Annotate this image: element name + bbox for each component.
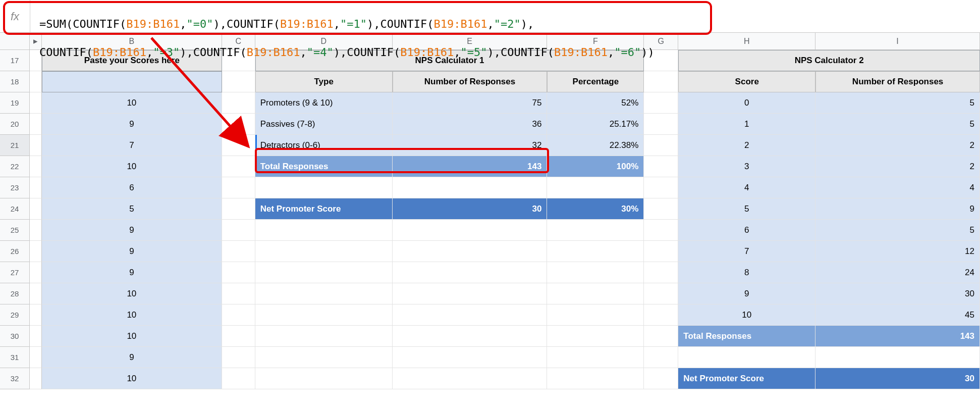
cell[interactable] — [222, 241, 255, 262]
cell[interactable] — [222, 368, 255, 389]
cell[interactable] — [222, 135, 255, 156]
cell[interactable]: 36 — [393, 114, 548, 135]
cell[interactable] — [255, 220, 393, 241]
cell[interactable] — [547, 304, 644, 326]
cell[interactable] — [644, 177, 678, 198]
calc1-total-num[interactable]: 143 — [393, 156, 548, 177]
cell[interactable]: 9 — [42, 241, 222, 262]
calc1-nps-num[interactable]: 30 — [393, 198, 548, 220]
cell[interactable] — [644, 368, 678, 389]
cell[interactable] — [222, 114, 255, 135]
cell[interactable]: 10 — [42, 368, 222, 389]
cell[interactable]: 4 — [678, 177, 815, 198]
cell[interactable]: 8 — [678, 262, 815, 283]
cell[interactable] — [222, 304, 255, 326]
cell[interactable]: 1 — [678, 114, 815, 135]
cell[interactable] — [678, 347, 815, 368]
cell[interactable] — [547, 262, 644, 283]
cell[interactable]: 4 — [815, 177, 980, 198]
cell[interactable] — [547, 283, 644, 304]
calc2-total-label[interactable]: Total Responses — [678, 326, 815, 347]
cell[interactable]: 10 — [42, 156, 222, 177]
cell[interactable] — [255, 177, 393, 198]
cell[interactable] — [547, 241, 644, 262]
cell[interactable]: 12 — [815, 241, 980, 262]
cell[interactable]: 10 — [42, 92, 222, 114]
row-header-27[interactable]: 27 — [0, 262, 30, 283]
calc1-total-label[interactable]: Total Responses — [255, 156, 393, 177]
cell[interactable]: 30 — [815, 283, 980, 304]
cell[interactable] — [222, 347, 255, 368]
row-header-31[interactable]: 31 — [0, 347, 30, 368]
cell-detractors-label[interactable]: Detractors (0-6) — [255, 135, 393, 156]
cell[interactable]: 5 — [815, 114, 980, 135]
cell[interactable] — [644, 114, 678, 135]
cell[interactable]: 25.17% — [547, 114, 644, 135]
cell-detractors-count[interactable]: 32 — [393, 135, 548, 156]
cell[interactable]: 10 — [42, 304, 222, 326]
row-header-30[interactable]: 30 — [0, 326, 30, 347]
cell[interactable]: 2 — [678, 135, 815, 156]
cell[interactable] — [255, 347, 393, 368]
calc1-total-pct[interactable]: 100% — [547, 156, 644, 177]
cell[interactable] — [644, 304, 678, 326]
cell[interactable]: 0 — [678, 92, 815, 114]
cell[interactable]: 45 — [815, 304, 980, 326]
cell[interactable]: 52% — [547, 92, 644, 114]
cell[interactable] — [644, 220, 678, 241]
cell[interactable] — [815, 347, 980, 368]
cell[interactable] — [255, 262, 393, 283]
row-header-28[interactable]: 28 — [0, 283, 30, 304]
cell[interactable]: 9 — [42, 114, 222, 135]
cell[interactable] — [393, 241, 548, 262]
cell[interactable] — [644, 135, 678, 156]
cell[interactable] — [393, 283, 548, 304]
cell[interactable]: 9 — [815, 198, 980, 220]
cell[interactable]: 5 — [42, 198, 222, 220]
select-all-corner[interactable] — [0, 33, 30, 49]
cell[interactable] — [644, 262, 678, 283]
cell[interactable] — [393, 304, 548, 326]
cell[interactable]: 5 — [815, 220, 980, 241]
row-header-21[interactable]: 21 — [0, 135, 30, 156]
cell[interactable] — [644, 156, 678, 177]
cell[interactable] — [644, 198, 678, 220]
formula-input[interactable]: =SUM(COUNTIF(B19:B161,"=0"),COUNTIF(B19:… — [30, 0, 980, 77]
cell[interactable]: 6 — [42, 177, 222, 198]
row-header-25[interactable]: 25 — [0, 220, 30, 241]
formula-bar[interactable]: fx =SUM(COUNTIF(B19:B161,"=0"),COUNTIF(B… — [0, 0, 980, 33]
cell[interactable] — [393, 220, 548, 241]
cell[interactable] — [222, 283, 255, 304]
cell[interactable]: 9 — [678, 283, 815, 304]
cell[interactable] — [547, 347, 644, 368]
cell[interactable] — [222, 262, 255, 283]
cell[interactable]: 9 — [42, 347, 222, 368]
row-header-26[interactable]: 26 — [0, 241, 30, 262]
row-header-22[interactable]: 22 — [0, 156, 30, 177]
row-header-23[interactable]: 23 — [0, 177, 30, 198]
cell[interactable]: 6 — [678, 220, 815, 241]
row-header-17[interactable]: 17 — [0, 50, 30, 71]
cell[interactable]: 2 — [815, 156, 980, 177]
cell[interactable]: 10 — [42, 283, 222, 304]
cell[interactable] — [222, 198, 255, 220]
cell[interactable] — [393, 262, 548, 283]
calc2-nps-label[interactable]: Net Promoter Score — [678, 368, 815, 389]
cell[interactable] — [393, 326, 548, 347]
cell[interactable]: Promoters (9 & 10) — [255, 92, 393, 114]
cell[interactable]: 10 — [678, 304, 815, 326]
calc2-total-num[interactable]: 143 — [815, 326, 980, 347]
cell[interactable]: 24 — [815, 262, 980, 283]
cell[interactable] — [222, 326, 255, 347]
cell[interactable] — [255, 368, 393, 389]
calc1-nps-label[interactable]: Net Promoter Score — [255, 198, 393, 220]
cell[interactable] — [393, 368, 548, 389]
cell[interactable] — [222, 220, 255, 241]
cell[interactable] — [255, 304, 393, 326]
cell[interactable] — [547, 368, 644, 389]
cell[interactable]: 5 — [815, 92, 980, 114]
cell[interactable] — [547, 326, 644, 347]
cell[interactable] — [222, 177, 255, 198]
calc1-nps-pct[interactable]: 30% — [547, 198, 644, 220]
cell[interactable] — [393, 347, 548, 368]
